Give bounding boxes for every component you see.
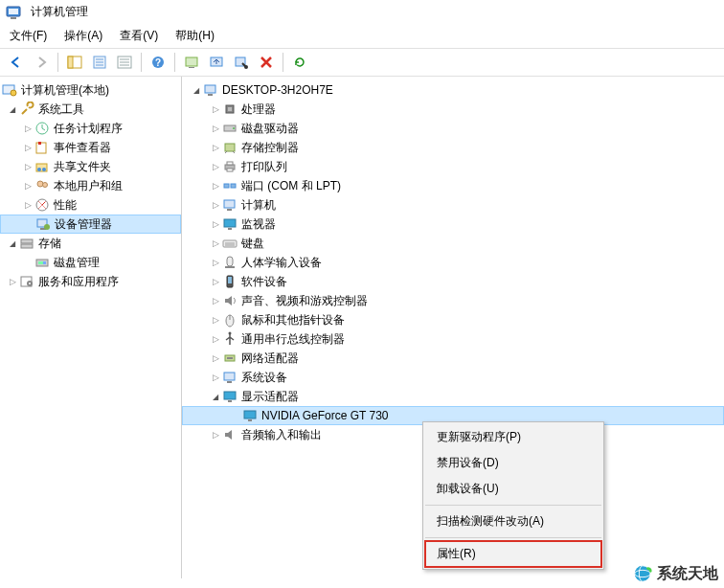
expander-icon[interactable] <box>209 332 222 346</box>
update-driver-button[interactable] <box>206 52 227 73</box>
expander-icon[interactable] <box>209 179 222 192</box>
uninstall-button[interactable] <box>256 52 277 73</box>
svg-point-67 <box>229 332 232 335</box>
svg-text:?: ? <box>155 57 161 68</box>
expander-icon[interactable] <box>209 275 222 288</box>
svg-rect-56 <box>224 219 236 227</box>
shared-folders-icon <box>34 159 50 174</box>
device-keyboards[interactable]: 键盘 <box>182 234 724 253</box>
device-software_dev[interactable]: 软件设备 <box>182 272 724 291</box>
sound-icon <box>222 293 238 308</box>
expander-icon[interactable] <box>6 275 19 288</box>
title-bar: 计算机管理 <box>0 0 724 24</box>
svg-point-29 <box>43 183 48 188</box>
svg-rect-43 <box>208 94 213 96</box>
forward-button[interactable] <box>31 52 52 73</box>
expander-icon[interactable] <box>21 179 34 192</box>
device-storage_ctrl[interactable]: 存储控制器 <box>182 138 724 157</box>
expander-icon[interactable] <box>209 217 222 231</box>
expander-icon[interactable] <box>190 83 203 97</box>
tree-root[interactable]: 计算机管理(本地) <box>0 80 181 100</box>
device-label: 监视器 <box>241 216 276 233</box>
expander-icon[interactable] <box>209 294 222 307</box>
tree-label: 共享文件夹 <box>54 159 111 175</box>
expander-icon[interactable] <box>209 313 222 327</box>
tree-task-scheduler[interactable]: 任务计划程序 <box>0 119 181 138</box>
menu-properties[interactable]: 属性(R) <box>425 541 601 567</box>
expander-icon[interactable] <box>209 102 222 116</box>
menu-action[interactable]: 操作(A) <box>64 28 102 44</box>
tree-storage[interactable]: 存储 <box>0 234 181 253</box>
expander-icon[interactable] <box>209 371 222 384</box>
svg-rect-69 <box>227 357 233 359</box>
expander-icon[interactable] <box>209 160 222 173</box>
device-print_queues[interactable]: 打印队列 <box>182 157 724 176</box>
expander-icon[interactable] <box>21 141 34 154</box>
tree-label: 任务计划程序 <box>54 121 123 137</box>
expander-icon[interactable] <box>209 390 222 403</box>
menu-uninstall-device[interactable]: 卸载设备(U) <box>425 476 601 502</box>
device-hid[interactable]: 人体学输入设备 <box>182 253 724 272</box>
device-root[interactable]: DESKTOP-3H2OH7E <box>182 80 724 100</box>
menu-scan-hardware[interactable]: 扫描检测硬件改动(A) <box>425 509 601 534</box>
expander-icon[interactable] <box>21 160 34 173</box>
tree-services-apps[interactable]: 服务和应用程序 <box>0 272 181 291</box>
scan-button[interactable] <box>181 52 202 73</box>
refresh-button[interactable] <box>289 52 310 73</box>
list-button[interactable] <box>114 52 135 73</box>
expander-icon[interactable] <box>209 428 222 441</box>
storage-icon <box>222 140 238 155</box>
back-button[interactable] <box>6 52 27 73</box>
menu-disable-device[interactable]: 禁用设备(D) <box>425 450 601 476</box>
expander-icon[interactable] <box>209 256 222 269</box>
device-network[interactable]: 网络适配器 <box>182 349 724 368</box>
device-label: DESKTOP-3H2OH7E <box>222 83 333 97</box>
tree-disk-mgmt[interactable]: 磁盘管理 <box>0 253 181 272</box>
expander-icon[interactable] <box>209 351 222 365</box>
disable-button[interactable] <box>231 52 252 73</box>
expander-icon[interactable] <box>209 122 222 135</box>
device-disk_drives[interactable]: 磁盘驱动器 <box>182 119 724 138</box>
svg-rect-34 <box>21 239 33 243</box>
expander-icon[interactable] <box>209 198 222 212</box>
expander-icon[interactable] <box>21 122 34 135</box>
device-sound[interactable]: 声音、视频和游戏控制器 <box>182 291 724 310</box>
tree-label: 本地用户和组 <box>54 178 123 194</box>
device-system_dev[interactable]: 系统设备 <box>182 368 724 387</box>
device-monitors[interactable]: 监视器 <box>182 215 724 234</box>
device-mice[interactable]: 鼠标和其他指针设备 <box>182 310 724 329</box>
tree-performance[interactable]: 性能 <box>0 195 181 215</box>
svg-point-33 <box>44 224 50 230</box>
device-label: 计算机 <box>241 197 276 214</box>
tree-device-manager[interactable]: 设备管理器 <box>0 215 181 234</box>
device-ports[interactable]: 端口 (COM 和 LPT) <box>182 176 724 195</box>
tools-icon <box>19 102 34 117</box>
show-hide-tree-button[interactable] <box>64 52 85 73</box>
properties-button[interactable] <box>89 52 110 73</box>
svg-rect-1 <box>9 9 18 14</box>
menu-view[interactable]: 查看(V) <box>120 28 158 44</box>
device-display[interactable]: 显示适配器 <box>182 387 724 406</box>
device-computer[interactable]: 计算机 <box>182 195 724 215</box>
menu-file[interactable]: 文件(F) <box>10 28 47 44</box>
tree-shared-folders[interactable]: 共享文件夹 <box>0 157 181 176</box>
context-menu: 更新驱动程序(P) 禁用设备(D) 卸载设备(U) 扫描检测硬件改动(A) 属性… <box>422 421 604 570</box>
expander-icon[interactable] <box>6 102 19 116</box>
device-label: 人体学输入设备 <box>241 255 322 271</box>
expander-icon[interactable] <box>209 237 222 250</box>
tree-label: 服务和应用程序 <box>38 274 119 290</box>
tree-system-tools[interactable]: 系统工具 <box>0 100 181 119</box>
device-label: 鼠标和其他指针设备 <box>241 312 345 328</box>
tree-event-viewer[interactable]: 事件查看器 <box>0 138 181 157</box>
tree-local-users[interactable]: 本地用户和组 <box>0 176 181 195</box>
audio-icon <box>222 427 238 442</box>
menu-help[interactable]: 帮助(H) <box>175 28 215 44</box>
help-button[interactable]: ? <box>147 52 169 73</box>
watermark-text: 系统天地 <box>657 564 718 584</box>
expander-icon[interactable] <box>21 198 34 212</box>
menu-update-driver[interactable]: 更新驱动程序(P) <box>425 424 601 450</box>
expander-icon[interactable] <box>6 237 19 250</box>
expander-icon[interactable] <box>209 141 222 154</box>
device-usb[interactable]: 通用串行总线控制器 <box>182 329 724 349</box>
device-processors[interactable]: 处理器 <box>182 100 724 119</box>
